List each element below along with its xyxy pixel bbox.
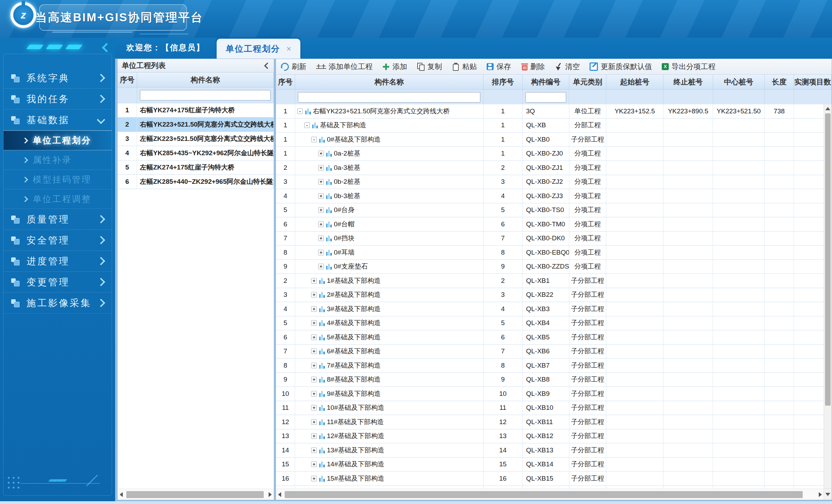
export-button[interactable]: 导出分项工程 bbox=[662, 62, 715, 72]
expand-toggle-icon[interactable]: + bbox=[311, 476, 317, 481]
expand-toggle-icon[interactable]: + bbox=[311, 377, 317, 382]
sidebar-item-7[interactable]: 质量管理 bbox=[3, 209, 112, 230]
sidebar-item-11[interactable]: 施工影像采集 bbox=[3, 293, 112, 314]
table-row[interactable]: 16+15#基础及下部构造16QL-XB15子分部工程 bbox=[276, 472, 824, 486]
expand-toggle-icon[interactable]: + bbox=[318, 264, 324, 269]
scroll-right-icon[interactable] bbox=[269, 492, 272, 497]
expand-toggle-icon[interactable]: + bbox=[311, 334, 317, 340]
table-row[interactable]: 4+3#基础及下部构造4QL-XB3子分部工程 bbox=[276, 302, 824, 316]
table-row[interactable]: 2+1#基础及下部构造2QL-XB1子分部工程 bbox=[276, 274, 824, 288]
expand-toggle-icon[interactable]: + bbox=[318, 235, 324, 241]
list-item[interactable]: 2右幅YK223+521.50阿克塞分离式立交跨线大桥 bbox=[118, 118, 274, 132]
table-row[interactable]: 2+0a-3桩基2QL-XB0-ZJ1分项工程 bbox=[276, 161, 824, 175]
clear-button[interactable]: 清空 bbox=[555, 62, 580, 72]
tab-close-icon[interactable]: × bbox=[286, 45, 291, 53]
main-horizontal-scrollbar[interactable] bbox=[276, 489, 824, 500]
sidebar-item-1[interactable]: 我的任务 bbox=[3, 89, 112, 110]
code-filter-input[interactable] bbox=[525, 92, 566, 103]
list-item[interactable]: 4右幅YK285+435~YK292+962阿尔金山特长隧道 bbox=[118, 146, 274, 160]
expand-toggle-icon[interactable]: + bbox=[311, 292, 317, 298]
sidebar-subitem-3[interactable]: 单位工程划分 bbox=[3, 130, 112, 150]
expand-toggle-icon[interactable]: + bbox=[318, 207, 324, 213]
table-row[interactable]: 1-基础及下部构造1QL-XB分部工程 bbox=[276, 119, 824, 133]
expand-toggle-icon[interactable]: + bbox=[311, 447, 317, 453]
left-horizontal-scrollbar[interactable] bbox=[118, 489, 274, 500]
paste-button[interactable]: 粘贴 bbox=[452, 62, 477, 72]
table-row[interactable]: 8+0#耳墙8QL-XB0-EBQ0分项工程 bbox=[276, 246, 824, 260]
sidebar-item-2[interactable]: 基础数据 bbox=[3, 110, 112, 130]
scroll-right-icon[interactable] bbox=[819, 492, 822, 497]
table-row[interactable]: 8+7#基础及下部构造8QL-XB7子分部工程 bbox=[276, 359, 824, 373]
list-item[interactable]: 1右幅YK274+175红崖子沟特大桥 bbox=[118, 103, 274, 118]
table-row[interactable]: 12+11#基础及下部构造12QL-XB11子分部工程 bbox=[276, 415, 824, 429]
collapse-toggle-icon[interactable]: - bbox=[297, 108, 303, 114]
sidebar-item-0[interactable]: 系统字典 bbox=[3, 68, 112, 89]
expand-toggle-icon[interactable]: + bbox=[311, 433, 317, 439]
sidebar-subitem-4[interactable]: 属性补录 bbox=[3, 150, 112, 170]
add-unit-button[interactable]: 土土添加单位工程 bbox=[316, 62, 373, 72]
expand-toggle-icon[interactable]: + bbox=[311, 348, 317, 354]
scrollbar-thumb[interactable] bbox=[126, 491, 264, 498]
table-row[interactable]: 5+4#基础及下部构造5QL-XB4子分部工程 bbox=[276, 316, 824, 331]
tab-welcome[interactable]: 欢迎您：【信息员】 bbox=[126, 42, 205, 53]
expand-toggle-icon[interactable]: + bbox=[311, 391, 317, 397]
table-row[interactable]: 1+0a-2桩基1QL-XB0-ZJ0分项工程 bbox=[276, 147, 824, 161]
sidebar-item-10[interactable]: 变更管理 bbox=[3, 272, 112, 293]
table-row[interactable]: 3+0b-2桩基3QL-XB0-ZJ2分项工程 bbox=[276, 175, 824, 189]
scroll-left-icon[interactable] bbox=[278, 492, 281, 497]
expand-toggle-icon[interactable]: + bbox=[318, 250, 324, 255]
main-vertical-scrollbar[interactable] bbox=[824, 104, 832, 489]
table-row[interactable]: 15+14#基础及下部构造15QL-XB14子分部工程 bbox=[276, 458, 824, 472]
table-row[interactable]: 7+6#基础及下部构造7QL-XB6子分部工程 bbox=[276, 345, 824, 359]
expand-toggle-icon[interactable]: + bbox=[311, 461, 317, 467]
save-button[interactable]: 保存 bbox=[487, 62, 511, 72]
table-row[interactable]: 7+0#挡块7QL-XB0-DK0分项工程 bbox=[276, 232, 824, 246]
table-row[interactable]: 6+0#台帽6QL-XB0-TM0分项工程 bbox=[276, 217, 824, 232]
table-row[interactable]: 9+0#支座垫石9QL-XB0-ZZDS0分项工程 bbox=[276, 260, 824, 274]
delete-button[interactable]: 删除 bbox=[521, 62, 545, 72]
table-row[interactable]: 9+8#基础及下部构造9QL-XB8子分部工程 bbox=[276, 373, 824, 387]
table-row[interactable]: 11+10#基础及下部构造11QL-XB10子分部工程 bbox=[276, 401, 824, 415]
scrollbar-thumb[interactable] bbox=[825, 113, 831, 406]
expand-toggle-icon[interactable]: + bbox=[318, 151, 324, 156]
expand-toggle-icon[interactable]: + bbox=[311, 278, 317, 284]
update-button[interactable]: 更新质保默认值 bbox=[590, 62, 652, 72]
sidebar-subitem-6[interactable]: 单位工程调整 bbox=[3, 189, 112, 209]
table-row[interactable]: 10+9#基础及下部构造10QL-XB9子分部工程 bbox=[276, 387, 824, 401]
expand-toggle-icon[interactable]: + bbox=[311, 405, 317, 411]
collapse-toggle-icon[interactable]: - bbox=[304, 122, 310, 128]
refresh-button[interactable]: 刷新 bbox=[281, 62, 306, 72]
sidebar-item-9[interactable]: 进度管理 bbox=[3, 251, 112, 272]
expand-toggle-icon[interactable]: + bbox=[318, 221, 324, 227]
plus-button[interactable]: 添加 bbox=[382, 62, 407, 72]
table-row[interactable]: 1-0#基础及下部构造1QL-XB0子分部工程 bbox=[276, 133, 824, 147]
tab-unit-project-division[interactable]: 单位工程划分 × bbox=[217, 39, 300, 59]
table-row[interactable]: 14+13#基础及下部构造14QL-XB13子分部工程 bbox=[276, 443, 824, 458]
copy-button[interactable]: 复制 bbox=[417, 62, 442, 72]
list-item[interactable]: 5左幅ZK274+175红崖子沟特大桥 bbox=[118, 160, 274, 175]
list-item[interactable]: 6左幅ZK285+440~ZK292+965阿尔金山特长隧道 bbox=[118, 175, 274, 189]
table-row[interactable]: 3+2#基础及下部构造3QL-XB22子分部工程 bbox=[276, 288, 824, 302]
table-row[interactable]: 4+0b-3桩基4QL-XB0-ZJ3分项工程 bbox=[276, 189, 824, 203]
expand-toggle-icon[interactable]: + bbox=[318, 179, 324, 185]
table-row[interactable]: 13+12#基础及下部构造13QL-XB12子分部工程 bbox=[276, 429, 824, 444]
scroll-down-icon[interactable] bbox=[825, 493, 830, 496]
scroll-left-icon[interactable] bbox=[120, 492, 123, 497]
scroll-down-corner[interactable] bbox=[824, 488, 832, 500]
expand-toggle-icon[interactable]: + bbox=[311, 320, 317, 326]
expand-toggle-icon[interactable]: + bbox=[318, 165, 324, 171]
sidebar-subitem-5[interactable]: 模型挂码管理 bbox=[3, 170, 112, 189]
scroll-up-icon[interactable] bbox=[825, 107, 830, 110]
list-item[interactable]: 3左幅ZK223+521.50阿克塞分离式立交跨线大桥 bbox=[118, 132, 274, 146]
sidebar-item-8[interactable]: 安全管理 bbox=[3, 230, 112, 251]
left-name-filter-input[interactable] bbox=[140, 90, 271, 100]
expand-toggle-icon[interactable]: + bbox=[311, 419, 317, 425]
table-row[interactable]: 5+0#台身5QL-XB0-TS0分项工程 bbox=[276, 203, 824, 218]
table-row[interactable]: 1-右幅YK223+521.50阿克塞分离式立交跨线大桥13Q单位工程YK223… bbox=[276, 104, 824, 119]
table-row[interactable]: 17+16#基础及下部构造17QL-XB16子分部工程 bbox=[276, 486, 824, 489]
panel-collapse-icon[interactable] bbox=[264, 62, 270, 69]
collapse-toggle-icon[interactable]: - bbox=[311, 137, 317, 142]
table-row[interactable]: 6+5#基础及下部构造6QL-XB5子分部工程 bbox=[276, 330, 824, 345]
expand-toggle-icon[interactable]: + bbox=[311, 306, 317, 312]
scrollbar-thumb[interactable] bbox=[285, 491, 803, 498]
